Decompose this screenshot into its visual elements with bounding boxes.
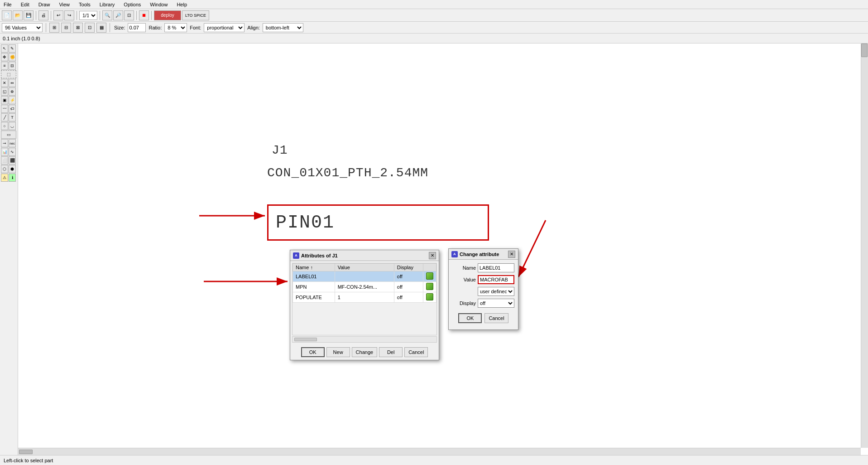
redo-btn[interactable]: ↪ xyxy=(64,10,74,20)
left-btn-label[interactable]: 🏷 xyxy=(9,105,16,113)
ca-value-input[interactable] xyxy=(478,275,514,284)
ca-dropdown1-row: user defined fixed custom xyxy=(452,287,514,296)
attr-del-btn[interactable]: Del xyxy=(379,347,403,357)
print-btn[interactable]: 🖨 xyxy=(38,10,48,20)
size-input[interactable] xyxy=(128,23,146,32)
change-attr-close[interactable]: ✕ xyxy=(508,251,515,258)
left-btn-wire2[interactable]: 〰 xyxy=(1,105,8,113)
col-name: Name ↑ xyxy=(293,264,335,271)
left-btn-arc[interactable]: ◡ xyxy=(9,122,16,130)
left-btn-mirror[interactable]: ⇔ xyxy=(9,79,16,87)
left-btn-grab[interactable]: ✊ xyxy=(9,53,16,61)
stop-btn[interactable]: ⏹ xyxy=(139,10,149,20)
view-btn3[interactable]: ⊠ xyxy=(73,23,83,33)
menu-draw[interactable]: Draw xyxy=(37,1,52,8)
ca-userdefined-select[interactable]: user defined fixed custom xyxy=(478,287,514,296)
left-btn-net[interactable]: ≡ xyxy=(1,62,8,70)
table-row[interactable]: MPN MF-CON-2.54m... off xyxy=(293,282,436,292)
grid-select[interactable]: 96 Values xyxy=(2,23,43,32)
left-btn-nec[interactable]: nec xyxy=(9,139,16,147)
left-btn-circle[interactable]: ○ xyxy=(1,122,8,130)
sep2 xyxy=(51,11,51,20)
row3-name: POPULATE xyxy=(293,292,335,303)
ca-cancel-btn[interactable]: Cancel xyxy=(484,313,508,323)
left-btn-pin[interactable]: ⊸ xyxy=(1,139,8,147)
left-btn-select[interactable]: ↖ xyxy=(1,44,8,53)
left-btn-drc[interactable]: ⚠ xyxy=(1,174,8,182)
ca-display-select[interactable]: off on value only name only xyxy=(478,299,514,308)
font-select[interactable]: proportional xyxy=(204,23,245,32)
hscroll-thumb[interactable] xyxy=(294,338,317,341)
ca-ok-btn[interactable]: OK xyxy=(458,313,482,323)
deploy-btn[interactable]: deploy xyxy=(154,10,181,20)
view-btn2[interactable]: ⊟ xyxy=(61,23,71,33)
left-btn-r1[interactable]: ◱ xyxy=(1,87,8,96)
align-select[interactable]: bottom-left xyxy=(263,23,303,32)
arrow-to-attr-row xyxy=(199,266,299,293)
menu-library[interactable]: Library xyxy=(98,1,117,8)
menu-edit[interactable]: Edit xyxy=(19,1,31,8)
table-row[interactable]: POPULATE 1 off xyxy=(293,292,436,303)
zoom-fit-btn[interactable]: ⊡ xyxy=(124,10,134,20)
zoom-in-btn[interactable]: 🔍 xyxy=(102,10,112,20)
attr-change-btn[interactable]: Change xyxy=(352,347,378,357)
row1-icon xyxy=(423,271,436,282)
attr-cancel-btn[interactable]: Cancel xyxy=(404,347,428,357)
left-btn-text[interactable]: T xyxy=(9,113,16,121)
view-btn4[interactable]: ⊡ xyxy=(85,23,95,33)
table-row[interactable]: LABEL01 off xyxy=(293,271,436,282)
left-btn-info[interactable]: ℹ xyxy=(9,174,16,182)
save-btn[interactable]: 💾 xyxy=(24,10,34,20)
left-btn-x[interactable]: ✕ xyxy=(1,79,8,87)
canvas-vscroll-thumb[interactable] xyxy=(861,44,868,57)
attributes-table-container: Name ↑ Value Display LABEL01 xyxy=(290,261,439,344)
schematic-content: J1 CON_01X01_PTH_2.54MM PIN01 xyxy=(18,44,868,455)
ratio-select[interactable]: 8 % xyxy=(164,23,187,32)
canvas-vscrollbar[interactable] xyxy=(861,44,868,448)
sep3 xyxy=(77,11,77,20)
ltospice-btn[interactable]: LTO SPICE xyxy=(182,10,209,20)
left-btn-chart[interactable]: 📊 xyxy=(1,148,8,156)
zoom-select[interactable]: 1/1 xyxy=(79,11,97,20)
menu-tools[interactable]: Tools xyxy=(77,1,92,8)
left-btn-pad[interactable]: ⬜ xyxy=(1,156,8,165)
left-btn-comp[interactable]: ▣ xyxy=(1,96,8,104)
left-btn-poly[interactable]: ⬡ xyxy=(1,165,8,173)
left-btn-line[interactable]: ╱ xyxy=(1,113,8,121)
left-btn-wave[interactable]: ∿ xyxy=(9,148,16,156)
dialog-hscroll[interactable] xyxy=(292,336,437,343)
left-btn-move[interactable]: ✥ xyxy=(1,53,8,61)
left-btn-wire[interactable]: ✎ xyxy=(9,44,16,53)
attr-ok-btn[interactable]: OK xyxy=(301,347,325,357)
left-toolbar: ↖ ✎ ✥ ✊ ≡ ⊟ ⬚ ✕ ⇔ ◱ ⊕ ▣ ⚡ 〰 🏷 ╱ T xyxy=(0,44,18,455)
left-btn-bus[interactable]: ⊟ xyxy=(9,62,16,70)
left-btn-pwr[interactable]: ⚡ xyxy=(9,96,16,104)
view-btn5[interactable]: ▦ xyxy=(96,23,106,33)
view-btn1[interactable]: ⊞ xyxy=(49,23,59,33)
left-btn-pad2[interactable]: ⬛ xyxy=(9,156,16,165)
zoom-out-btn[interactable]: 🔎 xyxy=(113,10,123,20)
attr-new-btn[interactable]: New xyxy=(326,347,350,357)
canvas-hscrollbar[interactable] xyxy=(18,448,861,455)
left-btn-dotted[interactable]: ⬚ xyxy=(1,70,16,78)
open-btn[interactable]: 📂 xyxy=(13,10,23,20)
menu-options[interactable]: Options xyxy=(122,1,143,8)
row3-value: 1 xyxy=(335,292,394,303)
new-btn[interactable]: 📄 xyxy=(2,10,12,20)
attributes-close[interactable]: ✕ xyxy=(429,252,436,259)
menu-view[interactable]: View xyxy=(57,1,72,8)
attributes-buttons: OK New Change Del Cancel xyxy=(290,344,439,360)
undo-btn[interactable]: ↩ xyxy=(53,10,63,20)
menu-help[interactable]: Help xyxy=(175,1,189,8)
canvas-area[interactable]: J1 CON_01X01_PTH_2.54MM PIN01 xyxy=(18,44,868,455)
left-btn-r2[interactable]: ⊕ xyxy=(9,87,16,96)
menu-file[interactable]: File xyxy=(2,1,14,8)
menu-window[interactable]: Window xyxy=(148,1,169,8)
left-btn-rect[interactable]: ▭ xyxy=(1,131,16,139)
sep5 xyxy=(136,11,137,20)
ratio-label: Ratio: xyxy=(148,25,163,30)
left-btn-zone[interactable]: ⬢ xyxy=(9,165,16,173)
canvas-hscroll-thumb[interactable] xyxy=(19,450,33,454)
ca-name-input[interactable] xyxy=(478,263,514,272)
row2-value: MF-CON-2.54m... xyxy=(335,282,394,292)
